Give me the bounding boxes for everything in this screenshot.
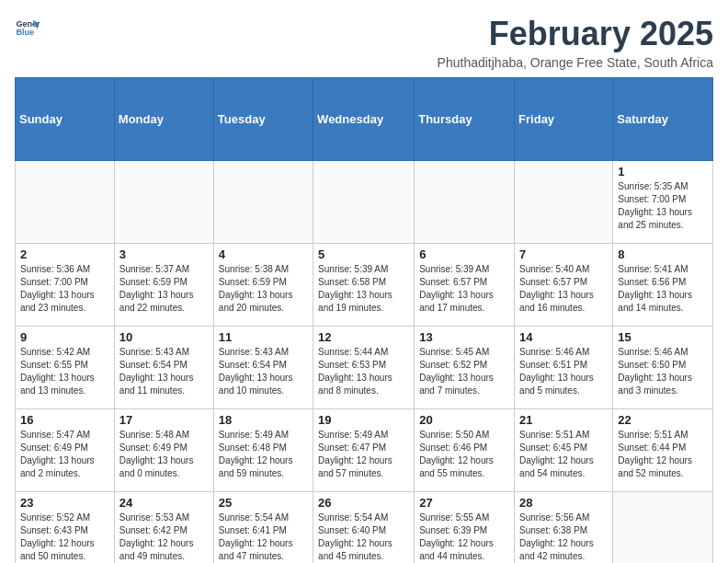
calendar-day-cell [313, 161, 415, 244]
day-info: Sunrise: 5:38 AM Sunset: 6:59 PM Dayligh… [219, 263, 308, 315]
day-info: Sunrise: 5:39 AM Sunset: 6:58 PM Dayligh… [318, 263, 409, 315]
day-info: Sunrise: 5:39 AM Sunset: 6:57 PM Dayligh… [419, 263, 509, 315]
day-number: 18 [219, 413, 308, 427]
weekday-header-cell: Friday [515, 78, 613, 161]
calendar-day-cell: 5Sunrise: 5:39 AM Sunset: 6:58 PM Daylig… [313, 244, 415, 327]
day-info: Sunrise: 5:55 AM Sunset: 6:39 PM Dayligh… [419, 511, 509, 563]
calendar-day-cell: 19Sunrise: 5:49 AM Sunset: 6:47 PM Dayli… [313, 409, 415, 492]
day-info: Sunrise: 5:46 AM Sunset: 6:51 PM Dayligh… [519, 346, 608, 397]
calendar-day-cell: 23Sunrise: 5:52 AM Sunset: 6:43 PM Dayli… [16, 492, 115, 564]
day-info: Sunrise: 5:51 AM Sunset: 6:45 PM Dayligh… [519, 429, 608, 480]
logo-icon: General Blue [15, 15, 40, 40]
calendar-day-cell: 11Sunrise: 5:43 AM Sunset: 6:54 PM Dayli… [213, 327, 313, 409]
calendar-week-row: 16Sunrise: 5:47 AM Sunset: 6:49 PM Dayli… [16, 409, 713, 492]
calendar-day-cell [515, 161, 613, 244]
day-number: 7 [519, 247, 608, 261]
day-number: 27 [419, 496, 509, 510]
calendar-day-cell [613, 492, 713, 564]
weekday-header-cell: Tuesday [213, 78, 313, 161]
day-number: 19 [318, 413, 409, 427]
day-info: Sunrise: 5:49 AM Sunset: 6:48 PM Dayligh… [219, 429, 308, 480]
day-number: 21 [519, 413, 608, 427]
calendar-day-cell: 27Sunrise: 5:55 AM Sunset: 6:39 PM Dayli… [415, 492, 515, 564]
day-info: Sunrise: 5:36 AM Sunset: 7:00 PM Dayligh… [20, 263, 109, 315]
calendar-week-row: 1Sunrise: 5:35 AM Sunset: 7:00 PM Daylig… [16, 161, 713, 244]
calendar-day-cell: 8Sunrise: 5:41 AM Sunset: 6:56 PM Daylig… [613, 244, 713, 327]
day-number: 8 [618, 247, 708, 261]
calendar-day-cell: 14Sunrise: 5:46 AM Sunset: 6:51 PM Dayli… [515, 327, 613, 409]
calendar-table: SundayMondayTuesdayWednesdayThursdayFrid… [15, 77, 713, 563]
day-info: Sunrise: 5:53 AM Sunset: 6:42 PM Dayligh… [119, 511, 209, 563]
day-number: 26 [318, 496, 409, 510]
day-info: Sunrise: 5:51 AM Sunset: 6:44 PM Dayligh… [618, 429, 708, 480]
calendar-day-cell: 21Sunrise: 5:51 AM Sunset: 6:45 PM Dayli… [515, 409, 613, 492]
page-header: General Blue February 2025 Phuthaditjhab… [15, 15, 713, 70]
day-number: 1 [618, 165, 708, 178]
calendar-day-cell [415, 161, 515, 244]
day-number: 4 [219, 247, 308, 261]
day-info: Sunrise: 5:48 AM Sunset: 6:49 PM Dayligh… [119, 429, 209, 480]
day-number: 3 [119, 247, 209, 261]
day-number: 17 [119, 413, 209, 427]
day-info: Sunrise: 5:43 AM Sunset: 6:54 PM Dayligh… [119, 346, 209, 397]
day-number: 5 [318, 247, 409, 261]
calendar-day-cell: 28Sunrise: 5:56 AM Sunset: 6:38 PM Dayli… [515, 492, 613, 564]
day-info: Sunrise: 5:50 AM Sunset: 6:46 PM Dayligh… [419, 429, 509, 480]
day-number: 13 [419, 330, 509, 344]
day-number: 15 [618, 330, 708, 344]
calendar-day-cell: 6Sunrise: 5:39 AM Sunset: 6:57 PM Daylig… [415, 244, 515, 327]
calendar-day-cell: 9Sunrise: 5:42 AM Sunset: 6:55 PM Daylig… [16, 327, 115, 409]
day-info: Sunrise: 5:45 AM Sunset: 6:52 PM Dayligh… [419, 346, 509, 397]
calendar-day-cell: 7Sunrise: 5:40 AM Sunset: 6:57 PM Daylig… [515, 244, 613, 327]
calendar-day-cell: 24Sunrise: 5:53 AM Sunset: 6:42 PM Dayli… [114, 492, 213, 564]
day-number: 9 [20, 330, 109, 344]
calendar-week-row: 9Sunrise: 5:42 AM Sunset: 6:55 PM Daylig… [16, 327, 713, 409]
calendar-day-cell: 4Sunrise: 5:38 AM Sunset: 6:59 PM Daylig… [213, 244, 313, 327]
calendar-day-cell: 12Sunrise: 5:44 AM Sunset: 6:53 PM Dayli… [313, 327, 415, 409]
weekday-header-cell: Monday [114, 78, 213, 161]
calendar-week-row: 23Sunrise: 5:52 AM Sunset: 6:43 PM Dayli… [16, 492, 713, 564]
calendar-day-cell: 1Sunrise: 5:35 AM Sunset: 7:00 PM Daylig… [613, 161, 713, 244]
calendar-day-cell: 20Sunrise: 5:50 AM Sunset: 6:46 PM Dayli… [415, 409, 515, 492]
day-number: 23 [20, 496, 109, 510]
calendar-day-cell: 10Sunrise: 5:43 AM Sunset: 6:54 PM Dayli… [114, 327, 213, 409]
weekday-header-cell: Wednesday [313, 78, 415, 161]
calendar-day-cell [213, 161, 313, 244]
day-number: 2 [20, 247, 109, 261]
day-number: 12 [318, 330, 409, 344]
weekday-header-row: SundayMondayTuesdayWednesdayThursdayFrid… [16, 78, 713, 161]
svg-text:Blue: Blue [16, 28, 34, 37]
title-area: February 2025 Phuthaditjhaba, Orange Fre… [438, 15, 713, 70]
calendar-day-cell: 22Sunrise: 5:51 AM Sunset: 6:44 PM Dayli… [613, 409, 713, 492]
day-info: Sunrise: 5:40 AM Sunset: 6:57 PM Dayligh… [519, 263, 608, 315]
day-info: Sunrise: 5:52 AM Sunset: 6:43 PM Dayligh… [20, 511, 109, 563]
calendar-day-cell: 2Sunrise: 5:36 AM Sunset: 7:00 PM Daylig… [16, 244, 115, 327]
day-info: Sunrise: 5:56 AM Sunset: 6:38 PM Dayligh… [519, 511, 608, 563]
day-number: 6 [419, 247, 509, 261]
calendar-day-cell [114, 161, 213, 244]
calendar-day-cell: 17Sunrise: 5:48 AM Sunset: 6:49 PM Dayli… [114, 409, 213, 492]
weekday-header-cell: Sunday [16, 78, 115, 161]
day-number: 16 [20, 413, 109, 427]
day-info: Sunrise: 5:35 AM Sunset: 7:00 PM Dayligh… [618, 180, 708, 232]
day-info: Sunrise: 5:44 AM Sunset: 6:53 PM Dayligh… [318, 346, 409, 397]
calendar-day-cell: 26Sunrise: 5:54 AM Sunset: 6:40 PM Dayli… [313, 492, 415, 564]
day-info: Sunrise: 5:54 AM Sunset: 6:41 PM Dayligh… [219, 511, 308, 563]
location-subtitle: Phuthaditjhaba, Orange Free State, South… [438, 55, 713, 70]
calendar-day-cell: 25Sunrise: 5:54 AM Sunset: 6:41 PM Dayli… [213, 492, 313, 564]
day-number: 28 [519, 496, 608, 510]
day-info: Sunrise: 5:47 AM Sunset: 6:49 PM Dayligh… [20, 429, 109, 480]
calendar-day-cell: 15Sunrise: 5:46 AM Sunset: 6:50 PM Dayli… [613, 327, 713, 409]
logo: General Blue [15, 15, 40, 40]
day-number: 20 [419, 413, 509, 427]
calendar-week-row: 2Sunrise: 5:36 AM Sunset: 7:00 PM Daylig… [16, 244, 713, 327]
calendar-day-cell [16, 161, 115, 244]
day-info: Sunrise: 5:49 AM Sunset: 6:47 PM Dayligh… [318, 429, 409, 480]
calendar-day-cell: 16Sunrise: 5:47 AM Sunset: 6:49 PM Dayli… [16, 409, 115, 492]
month-title: February 2025 [438, 15, 713, 53]
day-number: 24 [119, 496, 209, 510]
day-info: Sunrise: 5:42 AM Sunset: 6:55 PM Dayligh… [20, 346, 109, 397]
day-number: 10 [119, 330, 209, 344]
calendar-body: 1Sunrise: 5:35 AM Sunset: 7:00 PM Daylig… [16, 161, 713, 564]
day-info: Sunrise: 5:37 AM Sunset: 6:59 PM Dayligh… [119, 263, 209, 315]
